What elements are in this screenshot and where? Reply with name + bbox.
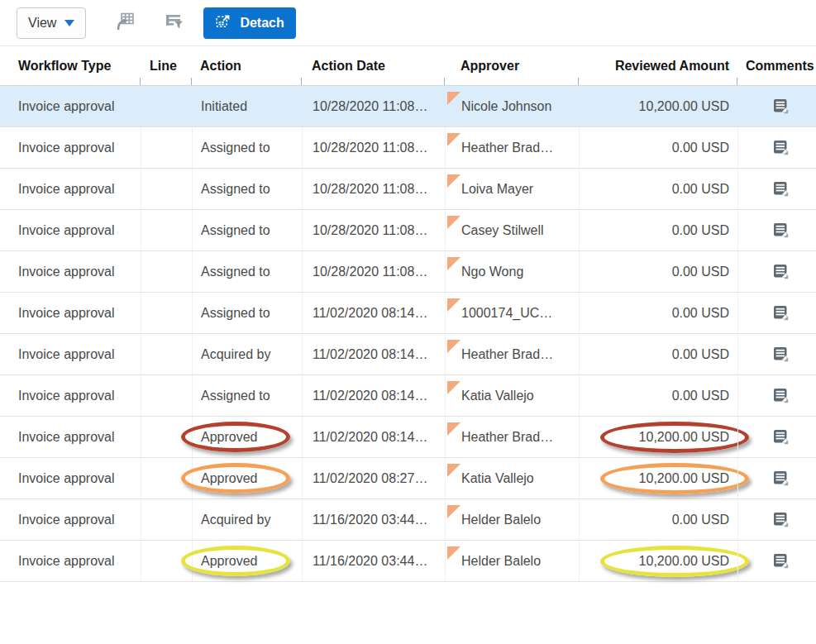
line-cell <box>141 375 192 416</box>
reviewed-amount-cell: 0.00 USD <box>579 334 737 374</box>
table-row[interactable]: Invoice approval Approved 11/16/2020 03:… <box>0 541 816 582</box>
table-header-row: Workflow Type Line Action Action Date Ap… <box>0 46 816 86</box>
corner-flag-icon <box>447 92 460 105</box>
comment-icon[interactable] <box>773 346 790 363</box>
comment-icon[interactable] <box>773 512 790 528</box>
workflow-type-cell: Invoice approval <box>0 86 141 126</box>
corner-flag-icon <box>447 505 460 518</box>
comments-cell <box>737 169 816 209</box>
comments-cell <box>737 541 816 581</box>
action-date-cell: 11/02/2020 08:27… <box>302 458 445 499</box>
table-toolbar: View <box>0 0 816 46</box>
approver-cell: Ngo Wong <box>445 251 579 292</box>
line-cell <box>141 499 192 540</box>
line-cell <box>141 417 192 457</box>
comment-icon[interactable] <box>773 470 790 487</box>
comments-cell <box>737 458 816 499</box>
detach-button[interactable]: Detach <box>203 7 295 39</box>
chevron-down-icon <box>64 20 74 26</box>
workflow-type-cell: Invoice approval <box>0 251 141 292</box>
action-date-cell: 10/28/2020 11:08… <box>302 210 445 250</box>
column-header-comments[interactable]: Comments <box>737 46 816 85</box>
view-menu-button[interactable]: View <box>17 7 86 39</box>
action-cell: Assigned to <box>192 127 302 168</box>
query-by-example-button[interactable] <box>164 12 185 34</box>
reviewed-amount-cell: 10,200.00 USD <box>579 86 737 126</box>
corner-flag-icon <box>447 174 460 188</box>
action-date-cell: 10/28/2020 11:08… <box>302 127 445 168</box>
table-row[interactable]: Invoice approval Initiated 10/28/2020 11… <box>0 86 816 127</box>
approver-cell: Heather Brad… <box>445 127 579 168</box>
workflow-type-cell: Invoice approval <box>0 210 141 250</box>
workflow-type-cell: Invoice approval <box>0 334 141 374</box>
approver-cell: Helder Balelo <box>445 499 579 540</box>
comments-cell <box>737 127 816 168</box>
comment-icon[interactable] <box>773 264 790 280</box>
comments-cell <box>737 251 816 292</box>
table-row[interactable]: Invoice approval Assigned to 11/02/2020 … <box>0 293 816 334</box>
approver-cell: Helder Balelo <box>445 541 579 581</box>
workflow-history-table: Workflow Type Line Action Action Date Ap… <box>0 46 816 582</box>
comment-icon[interactable] <box>773 140 790 156</box>
action-date-cell: 11/02/2020 08:14… <box>302 417 445 457</box>
corner-flag-icon <box>447 422 460 436</box>
reviewed-amount-cell: 0.00 USD <box>579 169 737 209</box>
comments-cell <box>737 334 816 374</box>
action-cell: Assigned to <box>192 293 302 333</box>
comments-cell <box>737 375 816 416</box>
action-cell: Initiated <box>192 86 302 126</box>
reviewed-amount-cell: 0.00 USD <box>579 251 737 292</box>
reviewed-amount-cell: 0.00 USD <box>579 375 737 416</box>
comment-icon[interactable] <box>773 181 790 198</box>
corner-flag-icon <box>447 216 460 229</box>
comment-icon[interactable] <box>773 305 790 322</box>
comment-icon[interactable] <box>773 553 790 570</box>
approver-cell: Loiva Mayer <box>445 169 579 209</box>
corner-flag-icon <box>447 381 460 394</box>
approver-cell: Katia Vallejo <box>445 458 579 499</box>
table-row[interactable]: Invoice approval Acquired by 11/16/2020 … <box>0 499 816 541</box>
line-cell <box>141 86 192 126</box>
line-cell <box>141 169 192 209</box>
column-header-action-date[interactable]: Action Date <box>302 46 445 85</box>
comment-icon[interactable] <box>773 222 790 239</box>
table-row[interactable]: Invoice approval Approved 11/02/2020 08:… <box>0 417 816 458</box>
table-row[interactable]: Invoice approval Approved 11/02/2020 08:… <box>0 458 816 499</box>
reviewed-amount-cell: 0.00 USD <box>579 499 737 540</box>
freeze-button[interactable] <box>114 12 136 34</box>
table-row[interactable]: Invoice approval Assigned to 10/28/2020 … <box>0 127 816 169</box>
action-date-cell: 11/16/2020 03:44… <box>302 499 445 540</box>
action-date-cell: 11/02/2020 08:14… <box>302 293 445 333</box>
workflow-type-cell: Invoice approval <box>0 417 141 457</box>
table-row[interactable]: Invoice approval Assigned to 10/28/2020 … <box>0 210 816 251</box>
approver-cell: Nicole Johnson <box>445 86 579 126</box>
table-row[interactable]: Invoice approval Assigned to 10/28/2020 … <box>0 251 816 293</box>
table-row[interactable]: Invoice approval Acquired by 11/02/2020 … <box>0 334 816 375</box>
line-cell <box>141 458 192 499</box>
table-row[interactable]: Invoice approval Assigned to 11/02/2020 … <box>0 375 816 417</box>
comment-icon[interactable] <box>773 98 790 115</box>
comment-icon[interactable] <box>773 388 790 404</box>
comment-icon[interactable] <box>773 429 790 446</box>
action-cell: Assigned to <box>192 169 302 209</box>
action-cell: Assigned to <box>192 210 302 250</box>
reviewed-amount-cell: 0.00 USD <box>579 127 737 168</box>
action-date-cell: 11/02/2020 08:14… <box>302 334 445 374</box>
corner-flag-icon <box>447 298 460 312</box>
column-header-action[interactable]: Action <box>192 46 302 85</box>
corner-flag-icon <box>447 257 460 270</box>
filter-table-icon <box>164 11 185 36</box>
column-header-reviewed-amount[interactable]: Reviewed Amount <box>579 46 737 85</box>
action-cell: Acquired by <box>192 499 302 540</box>
approver-cell: Heather Brad… <box>445 417 579 457</box>
action-cell: Assigned to <box>192 251 302 292</box>
table-row[interactable]: Invoice approval Assigned to 10/28/2020 … <box>0 169 816 210</box>
column-header-line[interactable]: Line <box>141 46 192 85</box>
column-header-approver[interactable]: Approver <box>445 46 579 85</box>
line-cell <box>141 293 192 333</box>
column-header-workflow-type[interactable]: Workflow Type <box>0 46 141 85</box>
action-cell: Approved <box>192 541 302 581</box>
comments-cell <box>737 210 816 250</box>
reviewed-amount-cell: 0.00 USD <box>579 210 737 250</box>
comments-cell <box>737 417 816 457</box>
